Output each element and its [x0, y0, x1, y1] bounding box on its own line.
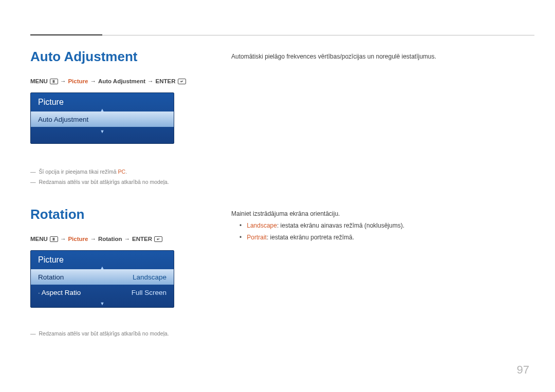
footnote-text: Redzamais attēls var būt atšķirīgs atkar… [39, 330, 169, 337]
arrow-icon: → [124, 236, 131, 242]
menu-row-value: Landscape [133, 273, 166, 281]
footnote-text: Redzamais attēls var būt atšķirīgs atkar… [39, 179, 169, 185]
breadcrumb-picture: Picture [68, 236, 88, 242]
screenshot-picture-auto-adjustment: Picture ▲ Auto Adjustment ▼ [30, 92, 174, 144]
chevron-up-icon: ▲ [100, 265, 105, 270]
menu-icon: Ⅲ [50, 79, 58, 84]
menu-row-auto-adjustment: Auto Adjustment [31, 111, 174, 127]
dash-icon: ― [30, 330, 36, 337]
menu-row-aspect-ratio: · Aspect Ratio Full Screen [31, 285, 174, 300]
page-number: 97 [517, 363, 529, 377]
footnote: ― Redzamais attēls var būt atšķirīgs atk… [30, 179, 190, 185]
enter-icon: ↵ [178, 79, 186, 84]
bullet-icon: • [239, 220, 242, 232]
menu-row-value: Full Screen [132, 289, 166, 296]
menu-row-label: · Aspect Ratio [38, 289, 81, 296]
arrow-icon: → [60, 236, 66, 242]
breadcrumb-enter: ENTER [132, 236, 152, 242]
chevron-up-icon: ▲ [100, 107, 105, 113]
breadcrumb-menu: MENU [30, 236, 48, 242]
footnote: ― Šī opcija ir pieejama tikai režīmā PC. [30, 169, 190, 175]
breadcrumb-item: Rotation [98, 236, 122, 242]
menu-row-label: Rotation [38, 273, 64, 281]
screenshot-picture-rotation: Picture ▲ Rotation Landscape · Aspect Ra… [30, 250, 174, 308]
arrow-icon: → [147, 78, 154, 84]
heading-auto-adjustment: Auto Adjustment [30, 49, 190, 65]
left-column: Auto Adjustment MENU Ⅲ → Picture → Auto … [30, 49, 190, 337]
heading-rotation: Rotation [30, 207, 190, 222]
horizontal-rule [30, 35, 534, 35]
bullet-icon: • [239, 232, 242, 244]
description-auto-adjustment: Automātiski pielāgo frekvences vērtības/… [231, 51, 529, 63]
arrow-icon: → [90, 78, 96, 84]
dash-icon: ― [30, 179, 36, 185]
menu-row-rotation: Rotation Landscape [31, 269, 174, 285]
chevron-down-icon: ▼ [100, 301, 105, 306]
arrow-icon: → [60, 78, 66, 84]
breadcrumb-auto-adjustment: MENU Ⅲ → Picture → Auto Adjustment → ENT… [30, 78, 190, 84]
description-rotation: Mainiet izstrādājuma ekrāna orientāciju.… [231, 208, 529, 243]
footnote-text: Šī opcija ir pieejama tikai režīmā PC. [39, 169, 127, 175]
description-intro: Mainiet izstrādājuma ekrāna orientāciju. [231, 208, 529, 220]
breadcrumb-enter: ENTER [156, 78, 176, 84]
chevron-down-icon: ▼ [100, 129, 105, 134]
footnote: ― Redzamais attēls var būt atšķirīgs atk… [30, 330, 190, 337]
bullet-landscape: • Landscape: iestata ekrānu ainavas režī… [231, 220, 529, 232]
dash-icon: ― [30, 169, 36, 175]
horizontal-rule-bold [30, 34, 102, 35]
menu-icon: Ⅲ [50, 236, 58, 242]
section-auto-adjustment: Auto Adjustment MENU Ⅲ → Picture → Auto … [30, 49, 190, 185]
bullet-portrait: • Portrait: iestata ekrānu portreta režī… [231, 232, 529, 244]
menu-row-label: Auto Adjustment [38, 116, 88, 123]
breadcrumb-menu: MENU [30, 78, 48, 84]
breadcrumb-picture: Picture [68, 78, 88, 84]
section-rotation: Rotation MENU Ⅲ → Picture → Rotation → E… [30, 207, 190, 337]
breadcrumb-rotation: MENU Ⅲ → Picture → Rotation → ENTER ↵ [30, 236, 190, 242]
enter-icon: ↵ [154, 236, 162, 242]
breadcrumb-item: Auto Adjustment [98, 78, 145, 84]
arrow-icon: → [90, 236, 96, 242]
